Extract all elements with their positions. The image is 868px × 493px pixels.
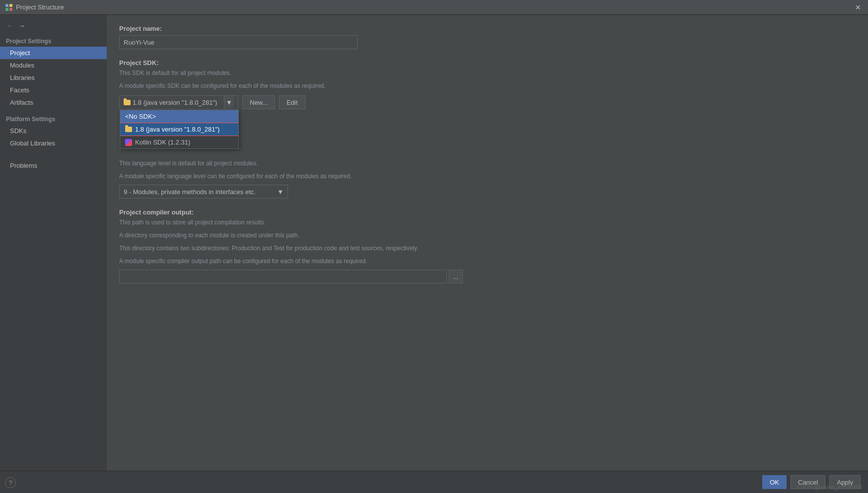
compiler-output-desc1: This path is used to store all project c… [119,218,856,227]
help-button[interactable]: ? [5,477,16,488]
sdk-desc-2: A module specific SDK can be configured … [119,81,856,90]
sidebar-item-sdks-label: SDKs [10,127,26,135]
compiler-output-desc2: A directory corresponding to each module… [119,231,856,240]
sidebar-item-modules-label: Modules [10,62,34,69]
dropdown-option-kotlin[interactable]: Kotlin SDK (1.2.31) [120,136,238,148]
dialog-footer: OK Cancel Apply [0,471,868,493]
project-name-input[interactable] [119,35,358,49]
compiler-output-desc3: This directory contains two subdirectori… [119,244,856,253]
watermark: CSDN @weixin_43536855 [797,484,862,490]
browse-dots: ... [453,273,459,281]
sidebar-item-facets-label: Facets [10,86,29,94]
sidebar-item-sdks[interactable]: SDKs [0,125,107,137]
sdk-row: 1.8 (java version "1.8.0_281") ▼ <No SDK… [119,95,856,109]
sdk-dropdown-content: 1.8 (java version "1.8.0_281") [124,99,224,106]
sdk-desc-1: This SDK is default for all project modu… [119,69,856,77]
sdk-section: Project SDK: This SDK is default for all… [119,59,856,109]
compiler-output-label: Project compiler output: [119,209,856,216]
sidebar-item-global-libraries[interactable]: Global Libraries [0,137,107,149]
sidebar-item-libraries[interactable]: Libraries [0,71,107,84]
kotlin-icon [125,139,132,146]
java-sdk-icon [125,127,132,132]
svg-rect-1 [9,4,12,7]
nav-back-button[interactable]: ← [5,21,15,31]
nav-row: ← → [0,19,107,35]
sidebar: ← → Project Settings Project Modules Lib… [0,15,107,471]
edit-sdk-button[interactable]: Edit [279,95,305,109]
no-sdk-label: <No SDK> [125,113,156,120]
project-structure-icon [5,3,13,11]
language-level-row: 9 - Modules, private methods in interfac… [119,185,856,199]
sdk-dropdown[interactable]: 1.8 (java version "1.8.0_281") ▼ <No SDK… [119,95,238,109]
sdk-section-title: Project SDK: [119,59,856,67]
project-name-label: Project name: [119,25,856,32]
title-bar: Project Structure ✕ [0,0,868,15]
ok-button[interactable]: OK [762,475,787,489]
browse-button[interactable]: ... [449,270,463,283]
main-content: Project name: Project SDK: This SDK is d… [107,15,868,471]
sidebar-item-artifacts[interactable]: Artifacts [0,96,107,109]
sdk-selected-value: 1.8 (java version "1.8.0_281") [133,99,217,106]
title-bar-left: Project Structure [5,3,64,11]
svg-rect-3 [9,8,12,11]
sdk-dropdown-popup: <No SDK> 1.8 (java version "1.8.0_281") … [120,110,239,149]
sidebar-item-project-label: Project [10,49,30,57]
compiler-output-input[interactable] [119,270,447,283]
sidebar-item-modules[interactable]: Modules [0,59,107,71]
kotlin-label: Kotlin SDK (1.2.31) [135,139,190,146]
language-level-desc2: A module specific language level can be … [119,172,856,181]
nav-forward-button[interactable]: → [17,21,27,31]
sidebar-item-facets[interactable]: Facets [0,84,107,96]
dropdown-option-no-sdk[interactable]: <No SDK> [120,110,238,123]
java18-label: 1.8 (java version "1.8.0_281") [135,126,219,133]
new-sdk-button[interactable]: New... [242,95,275,109]
sidebar-item-global-libraries-label: Global Libraries [10,140,55,147]
dropdown-option-java18[interactable]: 1.8 (java version "1.8.0_281") [120,123,238,136]
sidebar-item-artifacts-label: Artifacts [10,99,33,106]
window-title: Project Structure [16,3,64,11]
sidebar-item-project[interactable]: Project [0,47,107,59]
compiler-output-section: Project compiler output: This path is us… [119,209,856,283]
sidebar-item-problems-label: Problems [10,162,37,169]
dialog-body: ← → Project Settings Project Modules Lib… [0,15,868,471]
compiler-output-row: ... [119,270,856,283]
platform-settings-header: Platform Settings [0,113,107,125]
project-settings-header: Project Settings [0,35,107,47]
sidebar-item-problems[interactable]: Problems [0,159,107,172]
sidebar-item-libraries-label: Libraries [10,74,35,81]
language-level-section: This language level is default for all p… [119,159,856,199]
language-level-value: 9 - Modules, private methods in interfac… [124,188,256,196]
svg-rect-2 [5,8,8,11]
language-level-dropdown-arrow: ▼ [277,188,284,196]
language-level-desc1: This language level is default for all p… [119,159,856,168]
svg-rect-0 [5,4,8,7]
project-structure-dialog: Project Structure ✕ ← → Project Settings… [0,0,868,493]
close-button[interactable]: ✕ [853,2,863,12]
compiler-output-desc4: A module specific compiler output path c… [119,257,856,266]
sdk-folder-icon [124,100,131,105]
language-level-dropdown[interactable]: 9 - Modules, private methods in interfac… [119,185,288,199]
sdk-dropdown-arrow[interactable]: ▼ [224,96,234,109]
